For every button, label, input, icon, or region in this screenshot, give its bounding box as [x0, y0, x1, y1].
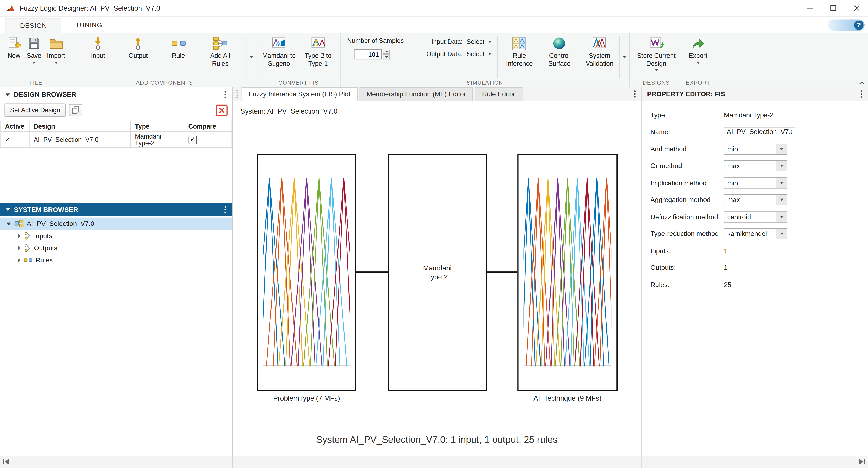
data-select-section: Input Data: Select Output Data: Select: [406, 36, 495, 57]
system-browser-tree: AI_PV_Selection_V7.0 Inputs: [0, 216, 232, 267]
or-method-dropdown[interactable]: max: [724, 160, 787, 171]
dropdown-arrow-button[interactable]: [776, 161, 787, 171]
dropdown-arrow-button[interactable]: [776, 212, 787, 222]
scroll-start-icon: [2, 459, 9, 465]
chevron-down-icon: [780, 165, 783, 167]
minimize-button[interactable]: [798, 0, 821, 16]
system-browser-menu-button[interactable]: [224, 206, 226, 213]
output-data-select[interactable]: Select: [467, 51, 496, 57]
col-active: Active: [0, 121, 29, 132]
close-button[interactable]: [845, 0, 868, 16]
collapse-ribbon-button[interactable]: [859, 81, 865, 85]
tab-tuning[interactable]: TUNING: [61, 18, 116, 33]
design-table-row[interactable]: ✓ AI_PV_Selection_V7.0 Mamdani Type-2 ✓: [0, 131, 232, 148]
add-rule-button[interactable]: Rule: [163, 36, 194, 60]
mamdani-to-sugeno-button[interactable]: Mamdani to Sugeno: [260, 36, 297, 67]
dropdown-arrow-button[interactable]: [776, 195, 787, 205]
add-components-overflow-button[interactable]: [247, 36, 255, 78]
samples-increment-button[interactable]: [383, 49, 390, 54]
compare-checkbox[interactable]: ✓: [188, 135, 196, 144]
export-button[interactable]: Export: [689, 36, 707, 64]
window-controls: [798, 0, 868, 16]
tree-collapsed-caret-icon[interactable]: [18, 246, 21, 250]
add-output-button[interactable]: Output: [123, 36, 154, 60]
col-compare: Compare: [184, 121, 232, 132]
system-browser-title: SYSTEM BROWSER: [14, 206, 78, 213]
tree-item-fis-root[interactable]: AI_PV_Selection_V7.0: [0, 218, 232, 230]
tree-expand-caret-icon[interactable]: [7, 222, 11, 225]
samples-input[interactable]: [354, 49, 382, 60]
input-variable-box[interactable]: [257, 154, 356, 391]
property-row-and-method: And method min: [650, 143, 868, 155]
property-row-outputs: Outputs: 1: [650, 262, 868, 273]
add-all-rules-button[interactable]: Add All Rules: [203, 36, 238, 67]
rule-inference-button[interactable]: Rule Inference: [499, 36, 539, 67]
tree-collapsed-caret-icon[interactable]: [18, 258, 21, 262]
add-input-button[interactable]: Input: [83, 36, 114, 60]
dropdown-arrow-button[interactable]: [776, 144, 787, 154]
aggregation-method-dropdown[interactable]: max: [724, 194, 787, 205]
delete-design-button[interactable]: [216, 104, 227, 116]
group-label-designs: DESIGNS: [630, 80, 683, 86]
tab-mf-editor[interactable]: Membership Function (MF) Editor: [359, 87, 473, 101]
tree-item-rules[interactable]: Rules: [0, 254, 232, 267]
tree-item-outputs[interactable]: Outputs: [0, 242, 232, 254]
output-connector-line: [487, 272, 518, 273]
chevron-up-icon: [859, 81, 865, 85]
tab-design[interactable]: DESIGN: [6, 18, 62, 33]
samples-decrement-button[interactable]: [383, 55, 390, 59]
kebab-icon: [224, 91, 226, 98]
tree-collapsed-caret-icon[interactable]: [18, 233, 21, 238]
output-data-label: Output Data:: [426, 51, 463, 57]
dropdown-arrow-button[interactable]: [776, 228, 787, 239]
spinner-up-icon: [385, 51, 388, 53]
store-current-design-button[interactable]: Store Current Design: [636, 36, 676, 71]
collapse-caret-icon[interactable]: [6, 93, 10, 96]
system-label: System: AI_PV_Selection_V7.0: [240, 107, 337, 115]
fis-type-box[interactable]: Mamdani Type 2: [388, 154, 487, 391]
design-browser-toolbar: Set Active Design: [0, 102, 232, 118]
tree-item-inputs[interactable]: Inputs: [0, 230, 232, 242]
input-data-select[interactable]: Select: [467, 38, 496, 45]
help-button[interactable]: ?: [854, 20, 863, 30]
system-validation-button[interactable]: System Validation: [580, 36, 620, 67]
control-surface-button[interactable]: Control Surface: [539, 36, 580, 67]
property-row-implication-method: Implication method min: [650, 177, 868, 188]
tab-strip-grip[interactable]: [235, 90, 238, 99]
control-surface-icon: [552, 36, 567, 51]
help-pill: ?: [828, 20, 865, 31]
type-reduction-method-dropdown[interactable]: karnikmendel: [724, 228, 787, 239]
screen: Fuzzy Logic Designer: AI_PV_Selection_V7…: [0, 0, 868, 468]
property-editor-menu-button[interactable]: [860, 90, 863, 98]
scroll-right-button[interactable]: [642, 456, 868, 468]
implication-method-dropdown[interactable]: min: [724, 177, 787, 188]
tab-fis-plot[interactable]: Fuzzy Inference System (FIS) Plot: [242, 87, 358, 101]
tab-rule-editor[interactable]: Rule Editor: [475, 87, 522, 101]
collapse-caret-icon[interactable]: [6, 208, 10, 211]
import-button[interactable]: Import: [47, 36, 65, 64]
simulation-overflow-button[interactable]: [620, 36, 628, 78]
main-area: DESIGN BROWSER Set Active Design Active: [0, 87, 868, 456]
new-button[interactable]: New: [7, 36, 21, 60]
name-field[interactable]: [724, 126, 795, 137]
type2-to-type1-button[interactable]: Type-2 to Type-1: [300, 36, 337, 67]
bottom-scrollbar: [0, 456, 868, 467]
system-summary: System AI_PV_Selection_V7.0: 1 input, 1 …: [232, 435, 641, 445]
scroll-left-button[interactable]: [0, 456, 232, 468]
defuzzification-method-dropdown[interactable]: centroid: [724, 211, 787, 222]
fis-plot-canvas: System: AI_PV_Selection_V7.0 Mamdani Typ…: [232, 101, 641, 456]
outputs-icon: [24, 244, 31, 252]
and-method-dropdown[interactable]: min: [724, 143, 787, 154]
set-active-design-button[interactable]: Set Active Design: [4, 103, 66, 117]
rules-value: 25: [724, 281, 731, 288]
output-variable-box[interactable]: [518, 154, 618, 391]
maximize-button[interactable]: [821, 0, 844, 16]
horizontal-scrollbar-track[interactable]: [232, 456, 642, 468]
design-browser-empty-area: [0, 148, 232, 203]
copy-design-button[interactable]: [69, 104, 83, 116]
document-menu-button[interactable]: [634, 90, 636, 98]
tree-item-label: Outputs: [34, 244, 57, 252]
design-browser-menu-button[interactable]: [224, 91, 226, 98]
save-button[interactable]: Save: [27, 36, 41, 64]
dropdown-arrow-button[interactable]: [776, 178, 787, 188]
